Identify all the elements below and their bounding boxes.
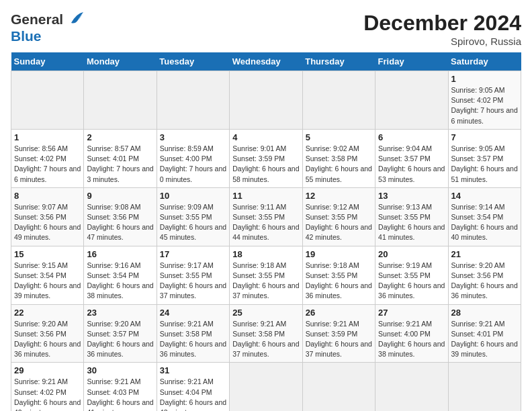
day-info: Sunrise: 9:20 AM Sunset: 3:57 PM Dayligh… [87, 319, 153, 360]
day-info: Sunrise: 9:21 AM Sunset: 4:03 PM Dayligh… [87, 377, 153, 411]
calendar-cell: 8Sunrise: 9:07 AM Sunset: 3:56 PM Daylig… [11, 187, 84, 246]
calendar-cell: 12Sunrise: 9:12 AM Sunset: 3:55 PM Dayli… [302, 187, 375, 246]
logo-blue: Blue [11, 28, 85, 44]
day-number: 31 [160, 365, 226, 375]
day-number: 9 [87, 191, 153, 201]
calendar-header-sunday: Sunday [11, 52, 84, 71]
day-number: 2 [87, 132, 153, 142]
day-number: 30 [87, 365, 153, 375]
day-number: 25 [232, 308, 299, 318]
day-number: 22 [14, 308, 81, 318]
calendar-week-row: 8Sunrise: 9:07 AM Sunset: 3:56 PM Daylig… [11, 187, 521, 246]
calendar-cell: 17Sunrise: 9:17 AM Sunset: 3:55 PM Dayli… [157, 246, 229, 304]
day-number: 1 [14, 132, 81, 142]
title-block: December 2024 Spirovo, Russia [363, 11, 521, 47]
day-number: 24 [160, 308, 226, 318]
day-number: 15 [14, 249, 81, 259]
calendar-cell: 29Sunrise: 9:21 AM Sunset: 4:02 PM Dayli… [11, 363, 84, 411]
day-number: 23 [87, 308, 153, 318]
day-number: 29 [14, 365, 81, 375]
calendar-cell [448, 363, 521, 411]
day-number: 12 [306, 191, 372, 201]
calendar-header-saturday: Saturday [448, 52, 521, 71]
day-number: 26 [306, 308, 372, 318]
day-number: 21 [451, 249, 518, 259]
calendar-cell: 19Sunrise: 9:18 AM Sunset: 3:55 PM Dayli… [302, 246, 375, 304]
day-info: Sunrise: 9:15 AM Sunset: 3:54 PM Dayligh… [14, 261, 81, 302]
calendar-cell: 15Sunrise: 9:15 AM Sunset: 3:54 PM Dayli… [11, 246, 84, 304]
calendar-cell: 31Sunrise: 9:21 AM Sunset: 4:04 PM Dayli… [157, 363, 229, 411]
day-number: 7 [451, 132, 518, 142]
day-info: Sunrise: 9:04 AM Sunset: 3:57 PM Dayligh… [378, 144, 445, 185]
page-header: General Blue December 2024 Spirovo, Russ… [11, 11, 521, 47]
day-info: Sunrise: 9:21 AM Sunset: 4:04 PM Dayligh… [160, 377, 226, 411]
calendar-week-row: 1Sunrise: 8:56 AM Sunset: 4:02 PM Daylig… [11, 129, 521, 187]
calendar-cell [302, 363, 375, 411]
day-info: Sunrise: 9:21 AM Sunset: 3:58 PM Dayligh… [160, 319, 226, 360]
calendar-cell: 20Sunrise: 9:19 AM Sunset: 3:55 PM Dayli… [375, 246, 448, 304]
calendar-week-row: 22Sunrise: 9:20 AM Sunset: 3:56 PM Dayli… [11, 304, 521, 363]
day-number: 19 [306, 249, 372, 259]
day-info: Sunrise: 9:17 AM Sunset: 3:55 PM Dayligh… [160, 261, 226, 302]
day-info: Sunrise: 9:18 AM Sunset: 3:55 PM Dayligh… [306, 261, 372, 302]
day-info: Sunrise: 9:07 AM Sunset: 3:56 PM Dayligh… [14, 202, 81, 243]
logo: General Blue [11, 11, 85, 44]
day-info: Sunrise: 9:13 AM Sunset: 3:55 PM Dayligh… [378, 202, 445, 243]
calendar-cell: 24Sunrise: 9:21 AM Sunset: 3:58 PM Dayli… [157, 304, 229, 363]
day-info: Sunrise: 9:01 AM Sunset: 3:59 PM Dayligh… [232, 144, 299, 185]
day-number: 11 [232, 191, 299, 201]
calendar-cell: 2Sunrise: 8:57 AM Sunset: 4:01 PM Daylig… [84, 129, 157, 187]
day-info: Sunrise: 9:20 AM Sunset: 3:56 PM Dayligh… [14, 319, 81, 360]
calendar-cell [84, 71, 157, 130]
day-number: 8 [14, 191, 81, 201]
calendar-cell: 14Sunrise: 9:14 AM Sunset: 3:54 PM Dayli… [448, 187, 521, 246]
calendar-cell: 7Sunrise: 9:05 AM Sunset: 3:57 PM Daylig… [448, 129, 521, 187]
day-info: Sunrise: 9:05 AM Sunset: 4:02 PM Dayligh… [451, 85, 518, 126]
calendar-header-monday: Monday [84, 52, 157, 71]
calendar-cell: 16Sunrise: 9:16 AM Sunset: 3:54 PM Dayli… [84, 246, 157, 304]
day-info: Sunrise: 8:57 AM Sunset: 4:01 PM Dayligh… [87, 144, 153, 185]
calendar-cell: 21Sunrise: 9:20 AM Sunset: 3:56 PM Dayli… [448, 246, 521, 304]
calendar-cell [375, 363, 448, 411]
day-number: 28 [451, 308, 518, 318]
calendar-cell: 13Sunrise: 9:13 AM Sunset: 3:55 PM Dayli… [375, 187, 448, 246]
day-info: Sunrise: 9:11 AM Sunset: 3:55 PM Dayligh… [232, 202, 299, 243]
calendar-cell: 11Sunrise: 9:11 AM Sunset: 3:55 PM Dayli… [230, 187, 302, 246]
day-number: 3 [160, 132, 226, 142]
calendar-cell: 30Sunrise: 9:21 AM Sunset: 4:03 PM Dayli… [84, 363, 157, 411]
calendar-cell [157, 71, 229, 130]
calendar-cell: 1Sunrise: 9:05 AM Sunset: 4:02 PM Daylig… [448, 71, 521, 130]
day-number: 20 [378, 249, 445, 259]
calendar-header-wednesday: Wednesday [230, 52, 302, 71]
calendar-cell: 3Sunrise: 8:59 AM Sunset: 4:00 PM Daylig… [157, 129, 229, 187]
calendar-cell [230, 363, 302, 411]
day-number: 16 [87, 249, 153, 259]
logo-general: General [11, 11, 63, 27]
day-info: Sunrise: 9:09 AM Sunset: 3:55 PM Dayligh… [160, 202, 226, 243]
day-info: Sunrise: 9:21 AM Sunset: 3:58 PM Dayligh… [232, 319, 299, 360]
calendar-week-row: 1Sunrise: 9:05 AM Sunset: 4:02 PM Daylig… [11, 71, 521, 130]
day-number: 5 [306, 132, 372, 142]
calendar-cell: 9Sunrise: 9:08 AM Sunset: 3:56 PM Daylig… [84, 187, 157, 246]
calendar-cell: 18Sunrise: 9:18 AM Sunset: 3:55 PM Dayli… [230, 246, 302, 304]
day-number: 13 [378, 191, 445, 201]
calendar-table: SundayMondayTuesdayWednesdayThursdayFrid… [11, 52, 521, 411]
calendar-week-row: 15Sunrise: 9:15 AM Sunset: 3:54 PM Dayli… [11, 246, 521, 304]
calendar-cell: 10Sunrise: 9:09 AM Sunset: 3:55 PM Dayli… [157, 187, 229, 246]
day-info: Sunrise: 9:05 AM Sunset: 3:57 PM Dayligh… [451, 144, 518, 185]
calendar-cell: 26Sunrise: 9:21 AM Sunset: 3:59 PM Dayli… [302, 304, 375, 363]
calendar-header-friday: Friday [375, 52, 448, 71]
day-info: Sunrise: 9:18 AM Sunset: 3:55 PM Dayligh… [232, 261, 299, 302]
calendar-cell: 28Sunrise: 9:21 AM Sunset: 4:01 PM Dayli… [448, 304, 521, 363]
day-info: Sunrise: 9:21 AM Sunset: 4:01 PM Dayligh… [451, 319, 518, 360]
calendar-cell: 5Sunrise: 9:02 AM Sunset: 3:58 PM Daylig… [302, 129, 375, 187]
day-number: 10 [160, 191, 226, 201]
day-info: Sunrise: 9:20 AM Sunset: 3:56 PM Dayligh… [451, 261, 518, 302]
day-info: Sunrise: 9:21 AM Sunset: 4:02 PM Dayligh… [14, 377, 81, 411]
calendar-cell: 25Sunrise: 9:21 AM Sunset: 3:58 PM Dayli… [230, 304, 302, 363]
calendar-cell [302, 71, 375, 130]
day-number: 1 [451, 74, 518, 84]
day-number: 18 [232, 249, 299, 259]
calendar-body: 1Sunrise: 9:05 AM Sunset: 4:02 PM Daylig… [11, 71, 521, 412]
day-number: 4 [232, 132, 299, 142]
